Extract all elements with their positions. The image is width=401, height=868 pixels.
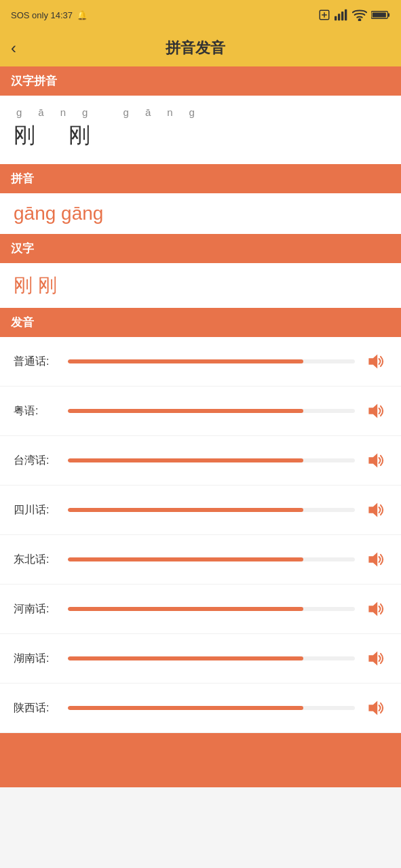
audio-label: 河南话: [14,602,60,616]
speaker-button[interactable] [363,646,387,671]
back-button[interactable]: ‹ [11,39,16,58]
pinyin-display: gāng gāng [0,193,401,234]
audio-row: 东北话: [0,535,401,585]
audio-row: 河南话: [0,585,401,634]
section-hanzi: 汉字 [0,234,401,263]
audio-label: 普通话: [14,355,60,369]
svg-marker-10 [368,404,377,418]
svg-marker-15 [368,652,377,666]
audio-bar-container [68,359,355,363]
svg-point-5 [359,19,361,21]
section-pinyin: 拼音 [0,164,401,193]
audio-row: 普通话: [0,337,401,387]
speaker-button[interactable] [363,547,387,572]
hanzi-pinyin-block: gāng gāng 刚 刚 [0,96,401,164]
svg-rect-1 [335,16,337,21]
bottom-bar [0,733,401,787]
audio-bar-container [68,656,355,660]
audio-label: 湖南话: [14,652,60,666]
audio-label: 东北话: [14,553,60,567]
audio-bar-container [68,706,355,710]
speaker-button[interactable] [363,498,387,522]
status-right [318,9,390,21]
audio-bar-container [68,557,355,561]
audio-bar [68,706,303,710]
audio-bar [68,508,303,512]
pinyin-small-text: gāng gāng [16,106,387,118]
audio-bar-container [68,409,355,413]
audio-label: 台湾话: [14,454,60,468]
status-bar: SOS only 14:37 🔔 [0,0,401,30]
audio-label: 四川话: [14,503,60,517]
svg-marker-13 [368,553,377,567]
status-left: SOS only 14:37 🔔 [11,10,88,20]
speaker-button[interactable] [363,597,387,621]
section-hanzi-pinyin: 汉字拼音 [0,66,401,96]
audio-bar [68,359,303,363]
battery-icon [371,9,390,20]
nfc-icon [318,9,330,21]
speaker-button[interactable] [363,399,387,423]
hanzi-large-text: 刚 刚 [14,121,387,151]
svg-rect-8 [373,13,386,18]
page-title: 拼音发音 [27,38,363,58]
signal-icon [335,9,348,21]
audio-bar [68,409,303,413]
audio-row: 湖南话: [0,634,401,684]
audio-bar-container [68,458,355,462]
audio-bar [68,656,303,660]
audio-row: 陕西话: [0,684,401,733]
audio-label: 陕西话: [14,701,60,715]
speaker-button[interactable] [363,696,387,720]
svg-marker-16 [368,701,377,715]
audio-row: 台湾话: [0,436,401,486]
section-pronunciation: 发音 [0,308,401,337]
svg-rect-2 [338,14,340,20]
svg-marker-11 [368,454,377,468]
status-text: SOS only 14:37 [11,10,73,20]
svg-marker-14 [368,602,377,616]
toolbar: ‹ 拼音发音 [0,30,401,66]
audio-bar [68,557,303,561]
bell-icon: 🔔 [77,10,88,20]
svg-rect-3 [341,12,343,20]
audio-bar-container [68,607,355,611]
audio-bar-container [68,508,355,512]
hanzi-display: 刚 刚 [0,263,401,308]
audio-row: 四川话: [0,486,401,535]
speaker-button[interactable] [363,448,387,473]
audio-bar [68,458,303,462]
audio-row: 粤语: [0,387,401,436]
audio-bar [68,607,303,611]
svg-marker-12 [368,503,377,517]
speaker-button[interactable] [363,349,387,374]
svg-rect-4 [345,9,347,21]
svg-rect-7 [388,13,390,16]
audio-label: 粤语: [14,404,60,418]
wifi-icon [352,9,367,21]
audio-rows-container: 普通话: 粤语: 台湾话: 四川话: [0,337,401,733]
svg-marker-9 [368,355,377,369]
